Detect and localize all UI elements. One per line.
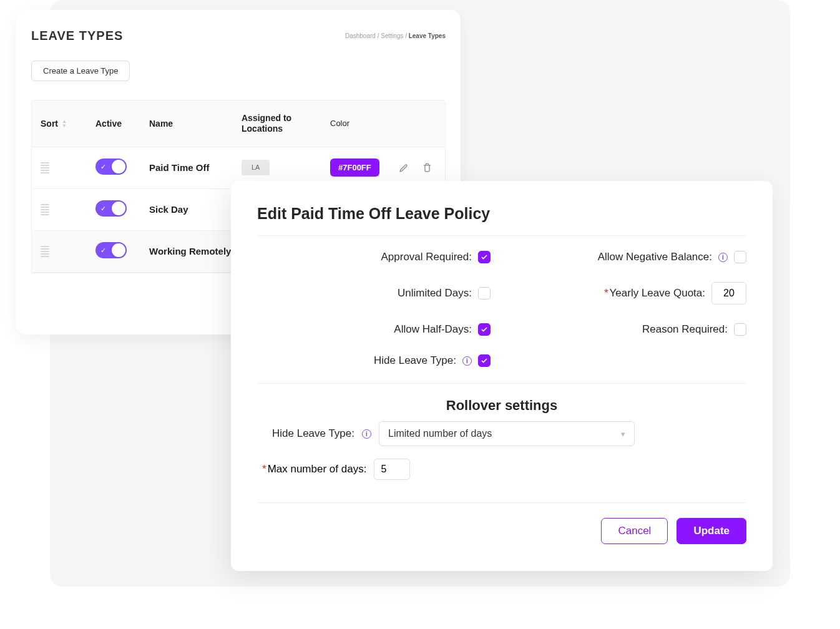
cancel-button[interactable]: Cancel bbox=[601, 518, 668, 544]
reason-required-label: Reason Required: bbox=[642, 323, 728, 336]
info-icon[interactable]: i bbox=[718, 253, 728, 262]
rollover-hide-label: Hide Leave Type: bbox=[272, 427, 354, 440]
allow-negative-checkbox[interactable] bbox=[734, 251, 746, 263]
rollover-select-value: Limited number of days bbox=[388, 428, 492, 439]
unlimited-days-label: Unlimited Days: bbox=[398, 287, 472, 300]
drag-handle-icon[interactable] bbox=[41, 204, 49, 215]
leave-type-name: Working Remotely bbox=[149, 246, 242, 256]
allow-half-days-checkbox[interactable] bbox=[478, 323, 491, 336]
rollover-settings-title: Rollover settings bbox=[257, 397, 746, 414]
approval-required-label: Approval Required: bbox=[381, 251, 472, 263]
yearly-quota-label: *Yearly Leave Quota: bbox=[604, 287, 705, 300]
max-days-input[interactable] bbox=[374, 459, 410, 480]
edit-leave-policy-modal: Edit Paid Time Off Leave Policy Approval… bbox=[231, 181, 773, 571]
table-header-row: Sort ▲▼ Active Name Assigned to Location… bbox=[32, 100, 445, 147]
chevron-down-icon: ▾ bbox=[621, 429, 625, 439]
allow-half-days-label: Allow Half-Days: bbox=[394, 323, 472, 336]
location-pill: LA bbox=[242, 160, 270, 175]
allow-negative-label: Allow Negative Balance: bbox=[598, 251, 712, 263]
page-title: LEAVE TYPES bbox=[31, 29, 123, 43]
yearly-quota-input[interactable] bbox=[711, 282, 746, 305]
header-color: Color bbox=[330, 119, 399, 128]
breadcrumb-dashboard[interactable]: Dashboard bbox=[345, 32, 376, 39]
header-name: Name bbox=[149, 119, 242, 129]
header-locations: Assigned to Locations bbox=[242, 113, 330, 134]
edit-icon[interactable] bbox=[399, 162, 409, 173]
drag-handle-icon[interactable] bbox=[41, 246, 49, 257]
info-icon[interactable]: i bbox=[362, 429, 371, 439]
delete-icon[interactable] bbox=[422, 162, 432, 173]
sort-arrows-icon[interactable]: ▲▼ bbox=[62, 119, 67, 128]
approval-required-checkbox[interactable] bbox=[478, 251, 491, 263]
reason-required-checkbox[interactable] bbox=[734, 323, 746, 336]
leave-type-name: Sick Day bbox=[149, 204, 242, 215]
header-active: Active bbox=[95, 119, 149, 129]
active-toggle[interactable]: ✓ bbox=[95, 242, 127, 258]
color-pill: #7F00FF bbox=[330, 158, 379, 177]
active-toggle[interactable]: ✓ bbox=[95, 158, 127, 175]
update-button[interactable]: Update bbox=[676, 518, 746, 544]
hide-leave-type-checkbox[interactable] bbox=[478, 354, 491, 367]
breadcrumb-current: Leave Types bbox=[409, 32, 446, 39]
leave-type-name: Paid Time Off bbox=[149, 162, 242, 173]
max-days-label: *Max number of days: bbox=[262, 463, 366, 475]
active-toggle[interactable]: ✓ bbox=[95, 200, 127, 217]
breadcrumb-settings[interactable]: Settings bbox=[381, 32, 403, 39]
hide-leave-type-label: Hide Leave Type: bbox=[374, 354, 456, 367]
breadcrumb: Dashboard / Settings / Leave Types bbox=[345, 32, 446, 39]
create-leave-type-button[interactable]: Create a Leave Type bbox=[31, 61, 130, 81]
header-sort[interactable]: Sort bbox=[41, 119, 58, 129]
rollover-type-select[interactable]: Limited number of days ▾ bbox=[379, 421, 635, 446]
info-icon[interactable]: i bbox=[462, 356, 472, 366]
drag-handle-icon[interactable] bbox=[41, 162, 49, 173]
unlimited-days-checkbox[interactable] bbox=[478, 287, 491, 300]
modal-title: Edit Paid Time Off Leave Policy bbox=[257, 205, 746, 223]
